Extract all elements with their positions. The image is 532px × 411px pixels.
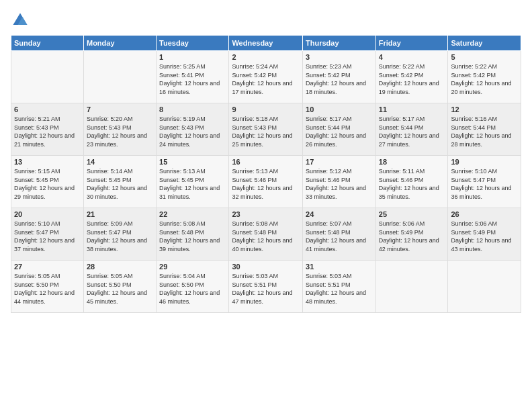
day-info: Sunrise: 5:21 AM Sunset: 5:43 PM Dayligh… — [14, 115, 81, 148]
day-number: 20 — [14, 210, 81, 218]
day-number: 7 — [87, 105, 153, 113]
calendar-week-4: 20Sunrise: 5:10 AM Sunset: 5:47 PM Dayli… — [11, 208, 521, 261]
day-info: Sunrise: 5:12 AM Sunset: 5:46 PM Dayligh… — [306, 167, 373, 201]
day-info: Sunrise: 5:06 AM Sunset: 5:49 PM Dayligh… — [451, 220, 518, 253]
day-info: Sunrise: 5:25 AM Sunset: 5:41 PM Dayligh… — [159, 62, 226, 96]
day-number: 1 — [159, 53, 226, 61]
logo-icon — [11, 11, 30, 30]
calendar-cell: 11Sunrise: 5:17 AM Sunset: 5:44 PM Dayli… — [375, 103, 448, 156]
calendar-cell — [375, 261, 448, 313]
day-number: 23 — [232, 210, 300, 218]
calendar-cell: 23Sunrise: 5:08 AM Sunset: 5:48 PM Dayli… — [229, 208, 303, 261]
day-number: 5 — [451, 53, 518, 61]
day-number: 21 — [87, 210, 153, 218]
calendar-cell — [83, 51, 156, 103]
day-info: Sunrise: 5:03 AM Sunset: 5:51 PM Dayligh… — [232, 272, 300, 306]
calendar-header-row: SundayMondayTuesdayWednesdayThursdayFrid… — [11, 36, 521, 51]
calendar-cell: 12Sunrise: 5:16 AM Sunset: 5:44 PM Dayli… — [448, 103, 521, 156]
day-number: 9 — [232, 105, 300, 113]
calendar-cell: 4Sunrise: 5:22 AM Sunset: 5:42 PM Daylig… — [375, 51, 448, 103]
calendar-cell: 19Sunrise: 5:10 AM Sunset: 5:47 PM Dayli… — [448, 156, 521, 208]
calendar-cell: 2Sunrise: 5:24 AM Sunset: 5:42 PM Daylig… — [229, 51, 303, 103]
day-number: 3 — [306, 53, 373, 61]
header — [11, 11, 521, 30]
day-info: Sunrise: 5:05 AM Sunset: 5:50 PM Dayligh… — [14, 272, 81, 306]
day-number: 15 — [159, 158, 226, 166]
day-info: Sunrise: 5:24 AM Sunset: 5:42 PM Dayligh… — [232, 62, 300, 96]
day-number: 19 — [451, 158, 518, 166]
calendar-header-thursday: Thursday — [303, 36, 376, 51]
day-number: 6 — [14, 105, 81, 113]
calendar-cell: 28Sunrise: 5:05 AM Sunset: 5:50 PM Dayli… — [83, 261, 156, 313]
day-info: Sunrise: 5:16 AM Sunset: 5:44 PM Dayligh… — [451, 115, 518, 148]
day-info: Sunrise: 5:10 AM Sunset: 5:47 PM Dayligh… — [14, 220, 81, 253]
calendar-table: SundayMondayTuesdayWednesdayThursdayFrid… — [11, 35, 521, 313]
day-number: 24 — [306, 210, 373, 218]
day-info: Sunrise: 5:10 AM Sunset: 5:47 PM Dayligh… — [451, 167, 518, 201]
day-info: Sunrise: 5:13 AM Sunset: 5:45 PM Dayligh… — [159, 167, 226, 201]
day-number: 26 — [451, 210, 518, 218]
day-info: Sunrise: 5:03 AM Sunset: 5:51 PM Dayligh… — [306, 272, 373, 306]
day-number: 11 — [379, 105, 445, 113]
day-number: 28 — [87, 263, 153, 271]
day-info: Sunrise: 5:15 AM Sunset: 5:45 PM Dayligh… — [14, 167, 81, 201]
calendar-week-2: 6Sunrise: 5:21 AM Sunset: 5:43 PM Daylig… — [11, 103, 521, 156]
calendar-cell: 10Sunrise: 5:17 AM Sunset: 5:44 PM Dayli… — [303, 103, 376, 156]
calendar-header-monday: Monday — [83, 36, 156, 51]
calendar-cell: 20Sunrise: 5:10 AM Sunset: 5:47 PM Dayli… — [11, 208, 84, 261]
day-info: Sunrise: 5:13 AM Sunset: 5:46 PM Dayligh… — [232, 167, 300, 201]
day-number: 13 — [14, 158, 81, 166]
calendar-header-wednesday: Wednesday — [229, 36, 303, 51]
day-number: 27 — [14, 263, 81, 271]
calendar-cell: 8Sunrise: 5:19 AM Sunset: 5:43 PM Daylig… — [157, 103, 229, 156]
day-info: Sunrise: 5:07 AM Sunset: 5:48 PM Dayligh… — [306, 220, 373, 253]
day-number: 4 — [379, 53, 445, 61]
calendar-header-saturday: Saturday — [448, 36, 521, 51]
day-info: Sunrise: 5:22 AM Sunset: 5:42 PM Dayligh… — [451, 62, 518, 96]
calendar-cell: 1Sunrise: 5:25 AM Sunset: 5:41 PM Daylig… — [157, 51, 229, 103]
day-number: 2 — [232, 53, 300, 61]
calendar-cell: 5Sunrise: 5:22 AM Sunset: 5:42 PM Daylig… — [448, 51, 521, 103]
calendar-cell: 14Sunrise: 5:14 AM Sunset: 5:45 PM Dayli… — [83, 156, 156, 208]
day-number: 22 — [159, 210, 226, 218]
calendar-cell: 3Sunrise: 5:23 AM Sunset: 5:42 PM Daylig… — [303, 51, 376, 103]
day-info: Sunrise: 5:23 AM Sunset: 5:42 PM Dayligh… — [306, 62, 373, 96]
calendar-cell — [11, 51, 84, 103]
calendar-cell: 27Sunrise: 5:05 AM Sunset: 5:50 PM Dayli… — [11, 261, 84, 313]
day-info: Sunrise: 5:18 AM Sunset: 5:43 PM Dayligh… — [232, 115, 300, 148]
calendar-cell: 16Sunrise: 5:13 AM Sunset: 5:46 PM Dayli… — [229, 156, 303, 208]
calendar-cell: 25Sunrise: 5:06 AM Sunset: 5:49 PM Dayli… — [375, 208, 448, 261]
calendar-cell: 9Sunrise: 5:18 AM Sunset: 5:43 PM Daylig… — [229, 103, 303, 156]
day-number: 10 — [306, 105, 373, 113]
day-number: 29 — [159, 263, 226, 271]
calendar-week-3: 13Sunrise: 5:15 AM Sunset: 5:45 PM Dayli… — [11, 156, 521, 208]
page: SundayMondayTuesdayWednesdayThursdayFrid… — [0, 0, 532, 411]
day-info: Sunrise: 5:08 AM Sunset: 5:48 PM Dayligh… — [232, 220, 300, 253]
day-number: 14 — [87, 158, 153, 166]
day-info: Sunrise: 5:06 AM Sunset: 5:49 PM Dayligh… — [379, 220, 445, 253]
calendar-cell — [448, 261, 521, 313]
logo — [11, 11, 32, 30]
day-info: Sunrise: 5:22 AM Sunset: 5:42 PM Dayligh… — [379, 62, 445, 96]
day-number: 12 — [451, 105, 518, 113]
day-info: Sunrise: 5:08 AM Sunset: 5:48 PM Dayligh… — [159, 220, 226, 253]
day-number: 17 — [306, 158, 373, 166]
calendar-cell: 29Sunrise: 5:04 AM Sunset: 5:50 PM Dayli… — [157, 261, 229, 313]
calendar-cell: 18Sunrise: 5:11 AM Sunset: 5:46 PM Dayli… — [375, 156, 448, 208]
calendar-cell: 24Sunrise: 5:07 AM Sunset: 5:48 PM Dayli… — [303, 208, 376, 261]
day-info: Sunrise: 5:11 AM Sunset: 5:46 PM Dayligh… — [379, 167, 445, 201]
calendar-cell: 26Sunrise: 5:06 AM Sunset: 5:49 PM Dayli… — [448, 208, 521, 261]
calendar-header-tuesday: Tuesday — [157, 36, 229, 51]
calendar-cell: 13Sunrise: 5:15 AM Sunset: 5:45 PM Dayli… — [11, 156, 84, 208]
day-info: Sunrise: 5:09 AM Sunset: 5:47 PM Dayligh… — [87, 220, 153, 253]
day-number: 31 — [306, 263, 373, 271]
calendar-cell: 30Sunrise: 5:03 AM Sunset: 5:51 PM Dayli… — [229, 261, 303, 313]
day-number: 16 — [232, 158, 300, 166]
calendar-header-friday: Friday — [375, 36, 448, 51]
calendar-cell: 15Sunrise: 5:13 AM Sunset: 5:45 PM Dayli… — [157, 156, 229, 208]
calendar-cell: 17Sunrise: 5:12 AM Sunset: 5:46 PM Dayli… — [303, 156, 376, 208]
day-number: 18 — [379, 158, 445, 166]
day-info: Sunrise: 5:17 AM Sunset: 5:44 PM Dayligh… — [379, 115, 445, 148]
calendar-week-5: 27Sunrise: 5:05 AM Sunset: 5:50 PM Dayli… — [11, 261, 521, 313]
calendar-cell: 31Sunrise: 5:03 AM Sunset: 5:51 PM Dayli… — [303, 261, 376, 313]
